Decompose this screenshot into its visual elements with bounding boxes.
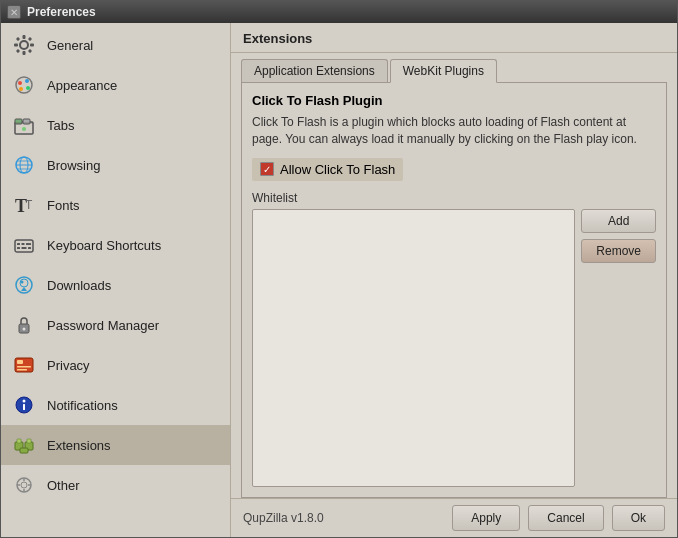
sidebar-label-privacy: Privacy xyxy=(47,358,90,373)
fonts-icon: T T xyxy=(11,192,37,218)
other-icon xyxy=(11,472,37,498)
section-title: Extensions xyxy=(231,23,677,53)
sidebar-item-extensions[interactable]: Extensions xyxy=(1,425,230,465)
cancel-button[interactable]: Cancel xyxy=(528,505,603,531)
main-content: General Appearance xyxy=(1,23,677,537)
svg-rect-8 xyxy=(28,49,32,53)
preferences-window: ✕ Preferences xyxy=(0,0,678,538)
svg-point-11 xyxy=(25,79,29,83)
svg-rect-31 xyxy=(22,247,27,249)
sidebar-label-password-manager: Password Manager xyxy=(47,318,159,333)
sidebar-item-other[interactable]: Other xyxy=(1,465,230,505)
svg-rect-49 xyxy=(27,439,31,443)
svg-rect-7 xyxy=(16,49,20,53)
footer: QupZilla v1.8.0 Apply Cancel Ok xyxy=(231,498,677,537)
svg-rect-1 xyxy=(23,35,26,39)
allow-click-to-flash-row[interactable]: ✓ Allow Click To Flash xyxy=(252,158,403,181)
svg-rect-33 xyxy=(29,243,31,245)
tabs-icon xyxy=(11,112,37,138)
window-title: Preferences xyxy=(27,5,96,19)
close-button[interactable]: ✕ xyxy=(7,5,21,19)
sidebar-label-extensions: Extensions xyxy=(47,438,111,453)
sidebar-label-appearance: Appearance xyxy=(47,78,117,93)
sidebar-label-general: General xyxy=(47,38,93,53)
sidebar: General Appearance xyxy=(1,23,231,537)
checkbox-checked-icon: ✓ xyxy=(260,162,274,176)
apply-button[interactable]: Apply xyxy=(452,505,520,531)
add-button[interactable]: Add xyxy=(581,209,656,233)
svg-point-9 xyxy=(16,77,32,93)
sidebar-item-fonts[interactable]: T T Fonts xyxy=(1,185,230,225)
sidebar-item-downloads[interactable]: Downloads xyxy=(1,265,230,305)
svg-point-44 xyxy=(23,400,26,403)
svg-rect-32 xyxy=(28,247,31,249)
svg-rect-50 xyxy=(20,448,28,453)
svg-rect-6 xyxy=(28,37,32,41)
svg-rect-41 xyxy=(17,366,31,368)
sidebar-item-tabs[interactable]: Tabs xyxy=(1,105,230,145)
svg-rect-42 xyxy=(17,369,27,371)
svg-rect-5 xyxy=(16,37,20,41)
sidebar-label-downloads: Downloads xyxy=(47,278,111,293)
ok-button[interactable]: Ok xyxy=(612,505,665,531)
whitelist-label: Whitelist xyxy=(252,191,656,205)
keyboard-icon xyxy=(11,232,37,258)
svg-rect-26 xyxy=(15,240,33,252)
svg-point-36 xyxy=(21,281,24,284)
svg-rect-27 xyxy=(17,243,20,245)
notifications-icon xyxy=(11,392,37,418)
svg-rect-3 xyxy=(14,44,18,47)
tab-content-webkit-plugins: Click To Flash Plugin Click To Flash is … xyxy=(241,82,667,498)
svg-point-12 xyxy=(26,86,30,90)
remove-button[interactable]: Remove xyxy=(581,239,656,263)
checkbox-label: Allow Click To Flash xyxy=(280,162,395,177)
password-icon xyxy=(11,312,37,338)
tab-bar: Application Extensions WebKit Plugins xyxy=(231,53,677,82)
svg-rect-28 xyxy=(22,243,25,245)
svg-point-10 xyxy=(18,81,22,85)
sidebar-item-notifications[interactable]: Notifications xyxy=(1,385,230,425)
sidebar-item-general[interactable]: General xyxy=(1,25,230,65)
svg-point-17 xyxy=(22,127,26,131)
extensions-icon xyxy=(11,432,37,458)
sidebar-item-browsing[interactable]: Browsing xyxy=(1,145,230,185)
sidebar-label-notifications: Notifications xyxy=(47,398,118,413)
sidebar-item-keyboard-shortcuts[interactable]: Keyboard Shortcuts xyxy=(1,225,230,265)
privacy-icon xyxy=(11,352,37,378)
sidebar-label-tabs: Tabs xyxy=(47,118,74,133)
sidebar-item-privacy[interactable]: Privacy xyxy=(1,345,230,385)
downloads-icon xyxy=(11,272,37,298)
tab-webkit-plugins[interactable]: WebKit Plugins xyxy=(390,59,497,83)
sidebar-item-password-manager[interactable]: Password Manager xyxy=(1,305,230,345)
plugin-description: Click To Flash is a plugin which blocks … xyxy=(252,114,656,148)
svg-rect-4 xyxy=(30,44,34,47)
right-panel: Extensions Application Extensions WebKit… xyxy=(231,23,677,537)
side-buttons: Add Remove xyxy=(581,209,656,487)
svg-rect-40 xyxy=(17,360,23,364)
titlebar: ✕ Preferences xyxy=(1,1,677,23)
version-label: QupZilla v1.8.0 xyxy=(243,511,444,525)
svg-rect-47 xyxy=(17,439,21,443)
whitelist-listbox[interactable] xyxy=(252,209,575,487)
sidebar-item-appearance[interactable]: Appearance xyxy=(1,65,230,105)
svg-rect-2 xyxy=(23,51,26,55)
tab-application-extensions[interactable]: Application Extensions xyxy=(241,59,388,82)
svg-rect-30 xyxy=(17,247,20,249)
svg-point-13 xyxy=(19,87,23,91)
svg-point-0 xyxy=(20,41,28,49)
svg-rect-45 xyxy=(23,404,25,410)
sidebar-label-browsing: Browsing xyxy=(47,158,100,173)
appearance-icon xyxy=(11,72,37,98)
browsing-icon xyxy=(11,152,37,178)
svg-point-38 xyxy=(23,328,26,331)
svg-point-52 xyxy=(21,482,27,488)
sidebar-label-other: Other xyxy=(47,478,80,493)
gear-icon xyxy=(11,32,37,58)
sidebar-label-fonts: Fonts xyxy=(47,198,80,213)
plugin-title: Click To Flash Plugin xyxy=(252,93,656,108)
svg-rect-29 xyxy=(26,243,29,245)
sidebar-label-keyboard-shortcuts: Keyboard Shortcuts xyxy=(47,238,161,253)
whitelist-area: Add Remove xyxy=(252,209,656,487)
svg-text:T: T xyxy=(25,198,33,212)
